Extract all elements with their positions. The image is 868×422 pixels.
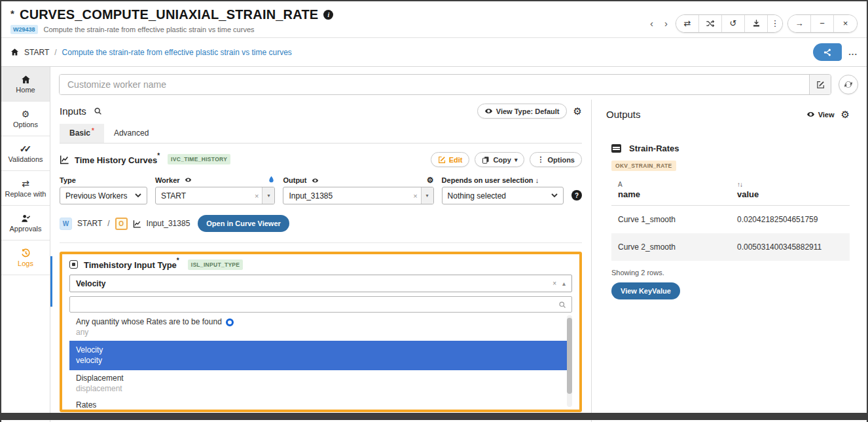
collapse-icon[interactable] xyxy=(69,260,78,269)
sidebar-item-home[interactable]: Home xyxy=(1,67,50,102)
info-icon[interactable]: i xyxy=(323,10,333,20)
options-button[interactable]: ⋮ Options xyxy=(530,152,582,167)
more-menu-button[interactable]: ... xyxy=(848,47,858,57)
nav-forward-button[interactable]: › xyxy=(661,18,671,29)
option-search-input[interactable] xyxy=(75,300,558,309)
refresh-button[interactable] xyxy=(839,75,858,94)
required-asterisk: * xyxy=(157,152,160,159)
breadcrumb-separator: / xyxy=(54,48,56,57)
output-value: Input_31385 xyxy=(283,187,410,204)
tab-advanced[interactable]: Advanced xyxy=(104,124,158,143)
target-icon xyxy=(226,318,234,326)
depends-select[interactable]: Nothing selected xyxy=(442,187,564,204)
tab-label: Basic xyxy=(69,128,90,138)
caret-up-icon[interactable]: ▴ xyxy=(562,280,566,287)
options-label: Options xyxy=(547,156,575,164)
shuffle-button[interactable] xyxy=(699,15,722,32)
type-value: Previous Workers xyxy=(65,191,127,201)
inputs-panel: Inputs View Type: Default ⚙ xyxy=(50,100,592,422)
download-button[interactable] xyxy=(745,15,768,32)
breadcrumb-root[interactable]: START xyxy=(24,48,49,57)
pencil-icon xyxy=(816,81,825,89)
search-icon[interactable] xyxy=(94,107,102,115)
option-any[interactable]: Any quantity whose Rates are to be found… xyxy=(69,314,572,341)
breadcrumb-current[interactable]: Compute the strain-rate from effective p… xyxy=(62,48,292,57)
row-value: 0.005031400345882911 xyxy=(731,233,850,261)
output-settings-gear-icon[interactable]: ⚙ xyxy=(427,176,434,184)
type-select[interactable]: Previous Workers xyxy=(60,187,147,204)
sidebar-item-replace-with[interactable]: ⇄ Replace with xyxy=(1,171,50,206)
worker-combobox[interactable]: START × ▾ xyxy=(155,187,276,204)
scrollbar[interactable] xyxy=(567,315,572,407)
dropdown-toggle[interactable]: ▾ xyxy=(262,187,274,204)
nav-back-button[interactable]: ‹ xyxy=(647,18,657,29)
option-rates[interactable]: Rates xyxy=(69,397,572,410)
outputs-view-button[interactable]: View xyxy=(806,110,835,119)
sidebar-item-label: Logs xyxy=(18,259,33,267)
worker-chip-badge[interactable]: W xyxy=(60,218,72,230)
alpha-sort-icon[interactable]: A xyxy=(618,181,724,188)
output-chip-badge[interactable]: O xyxy=(115,218,128,230)
outputs-settings-gear-icon[interactable]: ⚙ xyxy=(841,109,850,119)
source-separator: / xyxy=(107,219,109,228)
view-type-label: View Type: Default xyxy=(496,107,560,115)
more-actions-button[interactable]: ⋮ xyxy=(768,15,782,32)
home-icon xyxy=(10,48,19,56)
required-asterisk: * xyxy=(92,127,94,134)
minimize-button[interactable]: − xyxy=(811,15,834,32)
dots-icon: ⋮ xyxy=(537,155,544,164)
clear-icon[interactable]: × xyxy=(552,280,556,287)
scrollbar-thumb[interactable] xyxy=(567,318,572,394)
clear-icon[interactable]: × xyxy=(251,187,262,204)
numeric-sort-icon[interactable]: ↑↓ xyxy=(737,181,843,188)
undo-button[interactable]: ↺ xyxy=(722,15,745,32)
window-toolbar: ‹ › ⇄ ↺ ⋮ → − × xyxy=(647,7,858,34)
sidebar-item-logs[interactable]: Logs xyxy=(1,240,50,275)
active-field-accent xyxy=(50,256,52,307)
clear-icon[interactable]: × xyxy=(410,187,420,204)
worker-name-input[interactable] xyxy=(60,75,809,94)
row-name: Curve 2_smooth xyxy=(611,233,731,261)
view-keyvalue-button[interactable]: View KeyValue xyxy=(611,282,680,299)
time-history-label: Time History Curves* xyxy=(75,154,160,165)
output-combobox[interactable]: Input_31385 × ▾ xyxy=(283,187,433,204)
share-nodes-icon xyxy=(823,48,832,57)
bottom-bar xyxy=(1,413,867,420)
inputs-settings-gear-icon[interactable]: ⚙ xyxy=(573,106,582,116)
edit-button[interactable]: Edit xyxy=(431,152,470,167)
eye-icon[interactable] xyxy=(185,176,192,183)
shuffle-icon xyxy=(706,19,715,28)
option-velocity[interactable]: Velocity velocity xyxy=(69,341,572,370)
sidebar-item-options[interactable]: ⚙ Options xyxy=(1,102,50,136)
help-icon[interactable]: ? xyxy=(571,190,582,201)
caret-down-icon: ▾ xyxy=(515,157,518,163)
edit-name-button[interactable] xyxy=(809,75,831,94)
page-title: CURVES_COMPUTE_UNIAXIAL_STRAIN_RATE xyxy=(20,7,318,22)
swap-button[interactable]: ⇄ xyxy=(676,15,699,32)
table-icon xyxy=(611,144,621,153)
double-check-icon: ✓✓ xyxy=(20,144,31,154)
name-column-header[interactable]: A name xyxy=(611,181,731,199)
input-type-select[interactable]: Velocity × ▴ xyxy=(69,275,572,292)
app-header: * CURVES_COMPUTE_UNIAXIAL_STRAIN_RATE i … xyxy=(1,1,867,37)
value-column-header[interactable]: ↑↓ value xyxy=(731,181,850,199)
close-button[interactable]: × xyxy=(834,15,857,32)
share-button[interactable] xyxy=(813,43,842,61)
open-curve-viewer-button[interactable]: Open in Curve Viewer xyxy=(198,215,289,232)
table-row: Curve 1_smooth 0.02042182504651759 xyxy=(611,206,850,233)
sidebar-item-validations[interactable]: ✓✓ Validations xyxy=(1,136,50,171)
chevron-down-icon xyxy=(135,193,141,198)
tab-basic[interactable]: Basic* xyxy=(60,124,104,143)
option-search-box xyxy=(69,296,572,313)
copy-button[interactable]: Copy ▾ xyxy=(475,152,524,167)
view-type-button[interactable]: View Type: Default xyxy=(477,104,567,119)
sidebar-item-approvals[interactable]: Approvals xyxy=(1,206,50,240)
option-displacement[interactable]: Displacement displacement xyxy=(69,370,572,397)
go-next-button[interactable]: → xyxy=(788,15,811,32)
dropdown-toggle[interactable]: ▾ xyxy=(421,187,433,204)
unsaved-asterisk: * xyxy=(10,8,14,19)
eye-icon[interactable] xyxy=(312,177,319,184)
required-asterisk: * xyxy=(177,257,179,264)
inputs-tabs: Basic* Advanced xyxy=(60,124,582,144)
row-count-status: Showing 2 rows. xyxy=(606,269,850,277)
